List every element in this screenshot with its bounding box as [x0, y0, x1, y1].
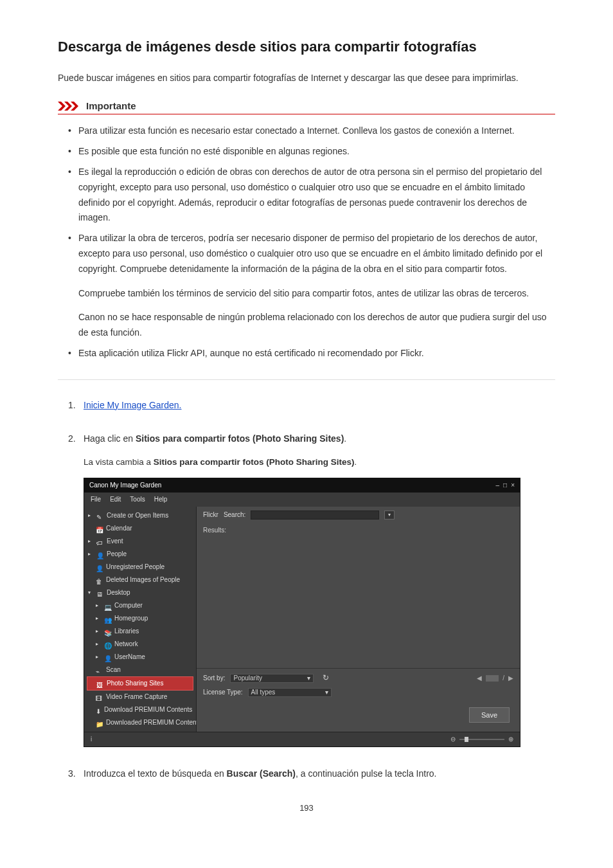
- license-label: License Type:: [203, 687, 243, 698]
- tree-dl-premium[interactable]: ⬇Download PREMIUM Contents: [84, 703, 196, 716]
- video-icon: 🎞: [96, 694, 103, 701]
- minimize-icon[interactable]: –: [496, 480, 500, 491]
- chevrons-icon: [58, 102, 81, 111]
- statusbar: i ⊖ ⊕: [84, 732, 520, 746]
- zoom-in-icon[interactable]: ⊕: [508, 734, 513, 745]
- search-input[interactable]: [251, 511, 379, 520]
- tree-network[interactable]: ▸🌐Network: [84, 638, 196, 651]
- menu-file[interactable]: File: [91, 494, 101, 505]
- step-2-sub: La vista cambia a Sitios para compartir …: [84, 455, 555, 469]
- main-panel: Flickr Search: ▾ Results: Sort by: Popul…: [197, 507, 520, 732]
- sort-by-label: Sort by:: [203, 673, 225, 683]
- important-item: Es posible que esta función no esté disp…: [68, 144, 555, 159]
- desktop-icon: 🖥: [96, 590, 103, 597]
- tree-video[interactable]: 🎞Video Frame Capture: [84, 691, 196, 703]
- titlebar: Canon My Image Garden – □ ×: [84, 478, 520, 493]
- calendar-icon: 📅: [96, 525, 103, 532]
- tree-unreg[interactable]: 👤Unregistered People: [84, 561, 196, 574]
- important-subpara: Canon no se hace responsable de ningún p…: [78, 310, 555, 341]
- important-item: Es ilegal la reproducción o edición de o…: [68, 165, 555, 226]
- tree-homegroup[interactable]: ▸👥Homegroup: [84, 612, 196, 625]
- create-icon: ✎: [96, 512, 103, 520]
- tree-username[interactable]: ▸👤UserName: [84, 651, 196, 664]
- menu-edit[interactable]: Edit: [110, 494, 121, 505]
- tree-people[interactable]: ▸👤People: [84, 548, 196, 561]
- step-2: Haga clic en Sitios para compartir fotos…: [68, 431, 555, 747]
- unreg-icon: 👤: [96, 564, 103, 571]
- tree-photo-sharing[interactable]: 🖼Photo Sharing Sites: [87, 676, 193, 691]
- step-1: Inicie My Image Garden.: [68, 398, 555, 412]
- search-label: Search:: [224, 510, 245, 520]
- save-button[interactable]: Save: [469, 707, 510, 723]
- important-item: Esta aplicación utiliza Flickr API, aunq…: [68, 346, 555, 361]
- deleted-icon: 🗑: [96, 577, 103, 584]
- important-header: Importante: [58, 100, 555, 114]
- tree-computer[interactable]: ▸💻Computer: [84, 599, 196, 612]
- start-mig-link[interactable]: Inicie My Image Garden.: [84, 400, 182, 410]
- important-subpara: Compruebe también los términos de servic…: [78, 286, 555, 302]
- next-page-icon[interactable]: ▶: [508, 673, 513, 683]
- steps-list: Inicie My Image Garden. Haga clic en Sit…: [58, 398, 555, 781]
- tree-calendar[interactable]: 📅Calendar: [84, 522, 196, 535]
- zoom-out-icon[interactable]: ⊖: [450, 734, 456, 745]
- results-label: Results:: [197, 523, 520, 538]
- menu-help[interactable]: Help: [154, 494, 168, 505]
- intro-paragraph: Puede buscar imágenes en sitios para com…: [58, 71, 555, 85]
- page-number: 193: [58, 803, 555, 813]
- menubar: File Edit Tools Help: [84, 493, 520, 507]
- scan-icon: ⌁: [96, 667, 103, 674]
- license-select[interactable]: All types▾: [248, 688, 332, 697]
- tree-dled-premium[interactable]: 📁Downloaded PREMIUM Contents: [84, 716, 196, 729]
- tree-event[interactable]: ▸🏷Event: [84, 535, 196, 548]
- important-label: Importante: [86, 100, 136, 111]
- important-item: Para utilizar la obra de terceros, podrí…: [68, 231, 555, 341]
- results-area: [197, 538, 520, 668]
- important-item: Para utilizar esta función es necesario …: [68, 123, 555, 139]
- tree-libraries[interactable]: ▸📚Libraries: [84, 625, 196, 638]
- sort-by-select[interactable]: Popularity▾: [230, 674, 314, 683]
- info-icon[interactable]: i: [91, 734, 92, 745]
- page-title: Descarga de imágenes desde sitios para c…: [58, 39, 555, 55]
- downloaded-icon: 📁: [96, 719, 103, 727]
- provider-label: Flickr: [203, 510, 218, 520]
- event-icon: 🏷: [96, 538, 103, 545]
- refresh-icon[interactable]: ↻: [323, 672, 329, 684]
- page-indicator: [486, 675, 499, 682]
- user-icon: 👤: [104, 654, 111, 661]
- app-title: Canon My Image Garden: [89, 480, 161, 491]
- svg-marker-0: [58, 102, 66, 111]
- step-3: Introduzca el texto de búsqueda en Busca…: [68, 766, 555, 781]
- tree-scan[interactable]: ⌁Scan: [84, 664, 196, 676]
- tree-desktop[interactable]: ▾🖥Desktop: [84, 586, 196, 599]
- zoom-slider[interactable]: [459, 739, 504, 740]
- network-icon: 🌐: [104, 641, 111, 648]
- important-list: Para utilizar esta función es necesario …: [58, 123, 555, 379]
- homegroup-icon: 👥: [104, 615, 111, 622]
- sidebar: ▸✎Create or Open Items 📅Calendar ▸🏷Event…: [84, 507, 197, 732]
- computer-icon: 💻: [104, 602, 111, 610]
- photo-sharing-icon: 🖼: [96, 680, 103, 687]
- maximize-icon[interactable]: □: [503, 480, 507, 491]
- search-dropdown[interactable]: ▾: [384, 511, 395, 520]
- app-window: Canon My Image Garden – □ × File Edit To…: [84, 478, 520, 747]
- tree-create[interactable]: ▸✎Create or Open Items: [84, 509, 196, 522]
- page-sep: /: [502, 673, 504, 683]
- menu-tools[interactable]: Tools: [130, 494, 145, 505]
- people-icon: 👤: [96, 551, 103, 558]
- tree-deleted[interactable]: 🗑Deleted Images of People: [84, 574, 196, 586]
- prev-page-icon[interactable]: ◀: [477, 673, 482, 683]
- libraries-icon: 📚: [104, 628, 111, 635]
- download-icon: ⬇: [96, 707, 101, 714]
- close-icon[interactable]: ×: [511, 480, 515, 491]
